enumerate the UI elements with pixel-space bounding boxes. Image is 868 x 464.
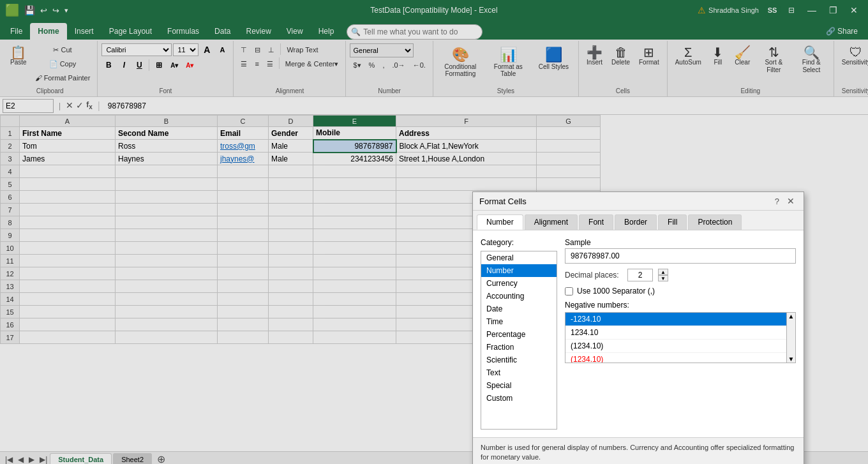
sample-section: Sample 987678987.00: [565, 238, 796, 264]
category-percentage[interactable]: Percentage: [481, 328, 557, 341]
decimal-up-btn[interactable]: ▲: [658, 269, 668, 275]
dialog-tab-alignment[interactable]: Alignment: [525, 214, 578, 230]
category-section: Category: General Number Currency Accoun…: [481, 238, 557, 430]
negative-numbers-container: -1234.10 1234.10 (1234.10) (1234.10) ▲ ▼: [565, 312, 796, 363]
category-date[interactable]: Date: [481, 303, 557, 315]
dialog-help-btn[interactable]: ?: [772, 197, 782, 206]
dialog-tab-border[interactable]: Border: [615, 214, 657, 230]
category-custom[interactable]: Custom: [481, 392, 557, 405]
category-list[interactable]: General Number Currency Accounting Date …: [481, 251, 557, 430]
modal-overlay: Format Cells ? ✕ Number Alignment Font B…: [0, 0, 868, 464]
negative-numbers-label: Negative numbers:: [565, 301, 796, 310]
dialog-tab-font[interactable]: Font: [579, 214, 613, 230]
category-label: Category:: [481, 238, 557, 247]
dialog-tab-bar: Number Alignment Font Border Fill Protec…: [473, 211, 804, 230]
dialog-description: Number is used for general display of nu…: [481, 443, 796, 463]
decimal-down-btn[interactable]: ▼: [658, 275, 668, 281]
dialog-close-btn[interactable]: ✕: [784, 196, 797, 206]
neg-scroll-down[interactable]: ▼: [787, 355, 795, 363]
separator-row: Use 1000 Separator (,): [565, 287, 796, 296]
neg-item-3[interactable]: (1234.10): [565, 340, 786, 353]
category-number[interactable]: Number: [481, 264, 557, 277]
category-text[interactable]: Text: [481, 366, 557, 379]
separator-label: Use 1000 Separator (,): [577, 287, 655, 296]
neg-item-1[interactable]: -1234.10: [565, 313, 786, 326]
neg-item-4[interactable]: (1234.10): [565, 353, 786, 363]
separator-checkbox[interactable]: [565, 287, 573, 296]
dialog-tab-protection[interactable]: Protection: [688, 214, 742, 230]
decimal-places-row: Decimal places: ▲ ▼: [565, 269, 796, 281]
negative-numbers-section: Negative numbers: -1234.10 1234.10 (1234…: [565, 301, 796, 363]
dialog-tab-number[interactable]: Number: [477, 214, 523, 230]
neg-scroll-up[interactable]: ▲: [787, 313, 795, 320]
category-accounting[interactable]: Accounting: [481, 290, 557, 303]
dialog-tab-fill[interactable]: Fill: [658, 214, 687, 230]
category-special[interactable]: Special: [481, 379, 557, 392]
dialog-body: Category: General Number Currency Accoun…: [473, 230, 804, 437]
format-cells-dialog: Format Cells ? ✕ Number Alignment Font B…: [472, 191, 804, 464]
decimal-places-label: Decimal places:: [565, 271, 622, 280]
category-general[interactable]: General: [481, 251, 557, 264]
dialog-controls: ? ✕: [772, 196, 797, 206]
category-time[interactable]: Time: [481, 315, 557, 328]
dialog-title-bar: Format Cells ? ✕: [473, 192, 804, 211]
category-scientific[interactable]: Scientific: [481, 354, 557, 366]
category-fraction[interactable]: Fraction: [481, 341, 557, 354]
sample-box: 987678987.00: [565, 248, 796, 264]
neg-item-2[interactable]: 1234.10: [565, 326, 786, 340]
sample-label: Sample: [565, 238, 796, 247]
decimal-places-input[interactable]: [627, 269, 653, 281]
dialog-title: Format Cells: [479, 197, 527, 206]
category-currency[interactable]: Currency: [481, 277, 557, 290]
neg-scrollbar: ▲ ▼: [787, 312, 796, 363]
negative-numbers-list[interactable]: -1234.10 1234.10 (1234.10) (1234.10): [565, 312, 787, 363]
decimal-spinner: ▲ ▼: [658, 269, 668, 281]
number-options: Sample 987678987.00 Decimal places: ▲ ▼ …: [565, 238, 796, 430]
dialog-footer: Number is used for general display of nu…: [473, 437, 804, 464]
